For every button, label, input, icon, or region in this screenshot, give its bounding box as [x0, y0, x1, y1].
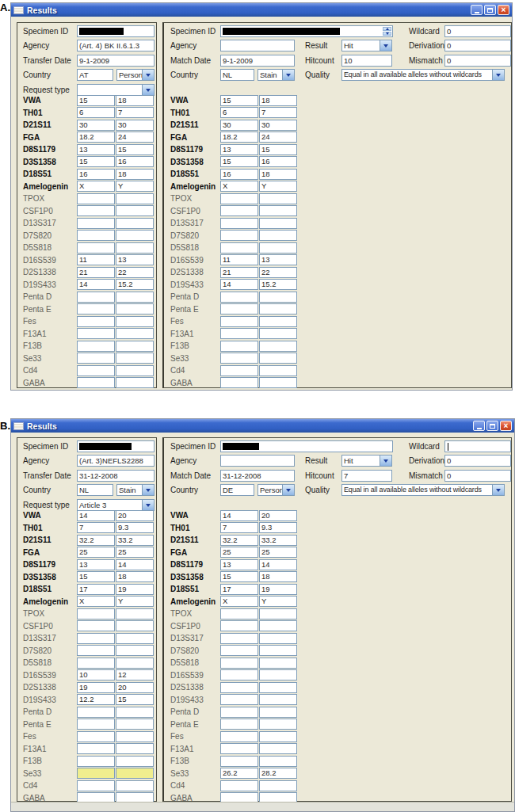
allele-cell[interactable]	[259, 669, 297, 680]
allele-cell[interactable]: 16	[220, 169, 258, 180]
allele-cell[interactable]	[116, 719, 154, 730]
allele-cell[interactable]	[220, 353, 258, 364]
allele-cell[interactable]	[220, 341, 258, 352]
allele-cell[interactable]: X	[77, 181, 115, 192]
mismatch-field[interactable]: 0	[444, 470, 511, 482]
allele-cell[interactable]	[77, 230, 115, 241]
allele-cell[interactable]	[220, 780, 258, 791]
allele-cell[interactable]: 12	[116, 669, 154, 680]
allele-cell[interactable]: 13	[220, 559, 258, 570]
country-code-field[interactable]: DE	[220, 484, 254, 496]
allele-cell[interactable]	[116, 645, 154, 656]
close-button[interactable]: ×	[498, 5, 509, 15]
allele-cell[interactable]	[220, 743, 258, 754]
dropdown-button[interactable]	[380, 456, 391, 466]
allele-cell[interactable]	[259, 620, 297, 631]
maximize-button[interactable]	[484, 5, 496, 15]
country-kind-dropdown[interactable]: Person	[116, 69, 154, 81]
dropdown-button[interactable]	[380, 40, 391, 51]
allele-cell[interactable]	[220, 669, 258, 680]
country-kind-dropdown[interactable]: Stain	[258, 69, 295, 81]
allele-cell[interactable]	[220, 377, 258, 388]
allele-cell[interactable]: 14	[77, 510, 115, 521]
allele-cell[interactable]: 15	[116, 144, 154, 155]
title-bar[interactable]: Results ×	[11, 419, 514, 433]
allele-cell[interactable]: 20	[116, 682, 154, 693]
allele-cell[interactable]	[259, 316, 297, 327]
allele-cell[interactable]: 13	[116, 254, 154, 265]
allele-cell[interactable]: 33.2	[259, 535, 297, 546]
allele-cell[interactable]: 15	[259, 144, 297, 155]
allele-cell[interactable]	[259, 353, 297, 364]
allele-cell[interactable]: 24	[259, 132, 297, 143]
allele-cell[interactable]: 25	[77, 547, 115, 558]
allele-cell[interactable]	[77, 303, 115, 315]
allele-cell[interactable]	[259, 341, 297, 352]
allele-cell[interactable]: 11	[77, 254, 115, 265]
allele-cell[interactable]	[259, 292, 297, 303]
allele-cell[interactable]	[220, 633, 258, 644]
allele-cell[interactable]: 28.2	[259, 768, 297, 779]
allele-cell[interactable]	[220, 707, 258, 718]
allele-cell[interactable]: 32.2	[220, 535, 258, 546]
quality-dropdown[interactable]: Equal in all available alleles without w…	[341, 484, 505, 496]
allele-cell[interactable]	[220, 205, 258, 216]
allele-cell[interactable]	[116, 341, 154, 352]
mismatch-field[interactable]: 0	[444, 55, 511, 67]
close-button[interactable]: ×	[500, 421, 512, 431]
allele-cell[interactable]	[77, 328, 115, 339]
country-code-field[interactable]: AT	[77, 69, 113, 81]
allele-cell[interactable]: 18	[259, 571, 297, 582]
match-date-field[interactable]: 31-12-2008	[220, 470, 295, 482]
result-dropdown[interactable]: Hit	[341, 40, 392, 51]
allele-cell[interactable]	[259, 645, 297, 656]
allele-cell[interactable]	[259, 365, 297, 376]
allele-cell[interactable]	[220, 230, 258, 241]
allele-cell[interactable]: 15	[220, 571, 258, 582]
allele-cell[interactable]	[220, 365, 258, 376]
allele-cell[interactable]: 15	[77, 95, 115, 106]
allele-cell[interactable]	[77, 645, 115, 656]
result-dropdown[interactable]: Hit	[341, 455, 392, 467]
allele-cell[interactable]: Y	[116, 181, 154, 192]
allele-cell[interactable]	[116, 353, 154, 364]
allele-cell[interactable]	[77, 193, 115, 204]
allele-cell[interactable]	[116, 218, 154, 229]
allele-cell[interactable]	[116, 377, 154, 388]
allele-cell[interactable]	[259, 328, 297, 339]
allele-cell[interactable]	[220, 645, 258, 656]
match-date-field[interactable]: 9-1-2009	[220, 55, 295, 67]
allele-cell[interactable]: 9.3	[116, 522, 154, 533]
minimize-button[interactable]	[473, 421, 485, 431]
allele-cell[interactable]: 21	[220, 267, 258, 278]
allele-cell[interactable]: 16	[116, 156, 154, 167]
allele-cell[interactable]	[259, 608, 297, 619]
allele-cell[interactable]	[77, 731, 115, 742]
allele-cell[interactable]: 32.2	[77, 535, 115, 546]
allele-cell[interactable]	[77, 756, 115, 767]
allele-cell[interactable]: 26.2	[220, 768, 258, 779]
allele-cell[interactable]	[259, 633, 297, 644]
allele-cell[interactable]	[259, 780, 297, 791]
allele-cell[interactable]: 30	[220, 120, 258, 131]
specimen-id-field[interactable]	[220, 440, 393, 452]
wildcard-field[interactable]: 0	[444, 25, 511, 37]
allele-cell[interactable]: 18	[116, 571, 154, 582]
allele-cell[interactable]: 15	[77, 156, 115, 167]
allele-cell[interactable]	[116, 365, 154, 376]
allele-cell[interactable]: 7	[259, 107, 297, 118]
allele-cell[interactable]: 6	[220, 107, 258, 118]
allele-cell[interactable]: 13	[77, 144, 115, 155]
spinner-control[interactable]	[383, 27, 391, 36]
allele-cell[interactable]: 18.2	[77, 132, 115, 143]
allele-cell[interactable]	[77, 218, 115, 229]
allele-cell[interactable]	[220, 731, 258, 742]
allele-cell[interactable]: 19	[116, 584, 154, 595]
allele-cell[interactable]	[220, 719, 258, 730]
allele-cell[interactable]	[220, 328, 258, 339]
allele-cell[interactable]	[77, 341, 115, 352]
allele-cell[interactable]: 16	[77, 169, 115, 180]
allele-cell[interactable]	[77, 620, 115, 631]
dropdown-button[interactable]	[492, 70, 504, 80]
derivation-field[interactable]: 0	[444, 455, 511, 467]
